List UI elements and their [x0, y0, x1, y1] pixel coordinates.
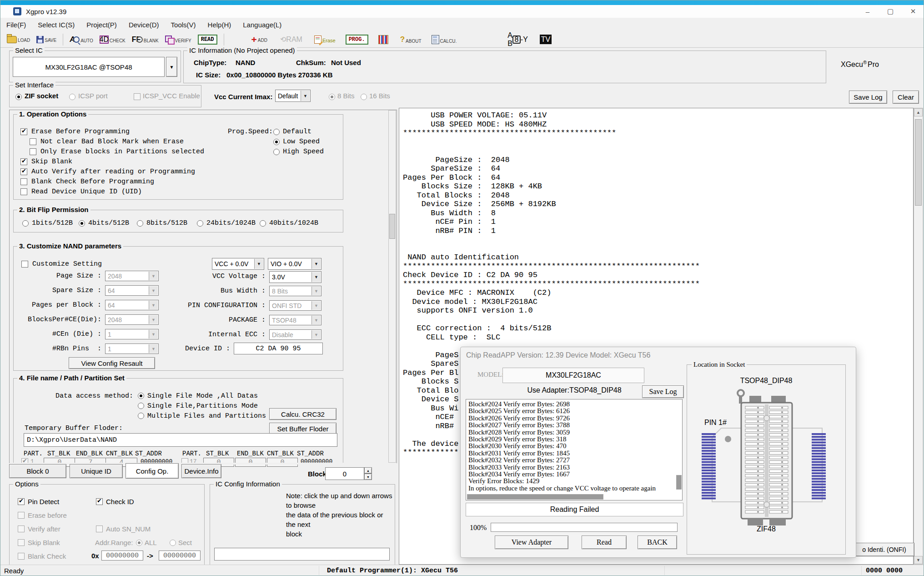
internal-ecc-combo[interactable]: Disable▼ — [269, 329, 321, 340]
package-combo[interactable]: TSOP48▼ — [269, 315, 321, 325]
icsp-vcc-checkbox[interactable] — [134, 93, 141, 100]
save-log-button[interactable]: Save Log — [849, 91, 887, 104]
console-scrollbar-thumb[interactable] — [915, 119, 922, 206]
pin-configuration-combo[interactable]: ONFI STD▼ — [269, 300, 321, 311]
skip-blank-option-checkbox[interactable] — [18, 539, 25, 546]
identi-onfi-button[interactable]: o Identi. (ONFI) — [854, 543, 914, 556]
blank-check-before-checkbox[interactable] — [20, 178, 27, 185]
vcc-offset-combo[interactable]: VCC + 0.0V▼ — [212, 258, 264, 270]
erase-button[interactable]: Erase — [314, 35, 336, 44]
blank-check-option-checkbox[interactable] — [18, 553, 25, 560]
ram-button[interactable]: ⟲RAM — [280, 35, 302, 44]
save-button[interactable]: SAVE — [36, 36, 56, 43]
block-spinner-value[interactable]: 0 — [325, 467, 364, 480]
only-erase-partitions-checkbox[interactable] — [30, 148, 36, 155]
read-button[interactable]: READ — [198, 35, 217, 45]
prog-button[interactable]: PROG. — [346, 35, 368, 45]
auto-verify-checkbox[interactable] — [20, 168, 27, 175]
bitflip-4bits-radio[interactable] — [79, 220, 85, 227]
bitflip-8bits-radio[interactable] — [137, 220, 143, 227]
bits16-radio[interactable] — [361, 94, 367, 100]
device-id-field[interactable]: C2 DA 90 95 — [234, 343, 323, 354]
speed-high-radio[interactable] — [273, 149, 280, 155]
single-file-partitions-radio[interactable] — [138, 403, 144, 409]
verify-error-list[interactable]: Block#2024 Verify error Bytes: 2698 Bloc… — [466, 399, 683, 500]
not-clear-bad-block-checkbox[interactable] — [30, 138, 36, 145]
bitflip-24bits-radio[interactable] — [197, 220, 203, 227]
bitflip-40bits-radio[interactable] — [260, 220, 266, 227]
menu-file[interactable]: File(F) — [0, 19, 32, 30]
list-hscroll-thumb[interactable] — [467, 494, 603, 500]
dialog-save-log-button[interactable]: Save Log — [642, 385, 684, 398]
zif-socket-radio[interactable] — [15, 94, 22, 100]
tab-config-op[interactable]: Config Op. — [126, 463, 179, 479]
calcu-button[interactable]: CALCU. — [432, 35, 457, 44]
tab-device-info[interactable]: Device.Info — [181, 464, 221, 478]
single-file-all-radio[interactable] — [138, 393, 144, 399]
tab-unique-id[interactable]: Unique ID — [70, 464, 123, 478]
calcu-crc32-button[interactable]: Calcu. CRC32 — [269, 408, 336, 420]
read-uid-checkbox[interactable] — [20, 188, 27, 195]
erase-before-programming-checkbox[interactable] — [20, 128, 27, 135]
maximize-button[interactable]: ▢ — [879, 5, 902, 17]
tv-button[interactable]: TV — [540, 35, 552, 44]
load-button[interactable]: LOAD — [7, 36, 30, 43]
panel-scrollbar-thumb[interactable] — [389, 214, 395, 239]
auto-sn-checkbox[interactable] — [96, 525, 103, 532]
clear-button[interactable]: Clear — [893, 91, 919, 104]
logic-converter-button[interactable]: AB 8 -Y — [507, 31, 528, 48]
scroll-up-icon[interactable]: ▲ — [914, 108, 923, 116]
close-button[interactable]: ✕ — [902, 5, 924, 17]
partition17-cntblk-field[interactable]: 0 — [267, 458, 298, 467]
speed-default-radio[interactable] — [273, 129, 280, 135]
multiple-files-radio[interactable] — [138, 413, 144, 419]
verify-button[interactable]: VERIFY — [165, 35, 191, 44]
page-size-combo[interactable]: 2048▼ — [105, 271, 159, 281]
chip-icon-button[interactable] — [378, 35, 388, 44]
temp-buffer-folder-field[interactable]: D:\Xgpro\UserData\NAND — [24, 433, 337, 447]
bits8-radio[interactable] — [329, 94, 335, 100]
view-adapter-button[interactable]: View Adapter — [495, 536, 568, 549]
menu-device[interactable]: Device(D) — [123, 19, 165, 30]
menu-language[interactable]: Language(L) — [237, 19, 287, 30]
partition17-endblk-field[interactable]: 0 — [235, 458, 266, 467]
pages-per-block-combo[interactable]: 64▼ — [105, 300, 159, 310]
check-id-checkbox[interactable] — [96, 498, 103, 505]
speed-low-radio[interactable] — [273, 139, 280, 145]
blank-button[interactable]: FF BLANK — [132, 35, 159, 44]
chevron-down-icon[interactable]: ▼ — [301, 91, 310, 101]
vcc-imax-combo[interactable]: Default▼ — [275, 90, 311, 102]
blocks-per-ce-combo[interactable]: 2048▼ — [105, 314, 159, 325]
bus-width-combo[interactable]: 8 Bits▼ — [269, 286, 321, 296]
tab-block0[interactable]: Block 0 — [9, 464, 66, 478]
bitflip-1bits-radio[interactable] — [22, 220, 29, 227]
list-vscroll-thumb[interactable] — [676, 475, 682, 490]
dialog-read-button[interactable]: Read — [582, 536, 627, 549]
panel-scrollbar[interactable] — [388, 110, 396, 463]
auto-button[interactable]: A AUTO — [70, 35, 93, 44]
addr-to-field[interactable]: 00000000 — [159, 551, 201, 561]
check-button[interactable]: 4D CHECK — [100, 35, 126, 44]
pin-detect-checkbox[interactable] — [18, 498, 25, 505]
addr-sect-radio[interactable] — [170, 540, 176, 546]
rbn-pins-combo[interactable]: 1▼ — [105, 344, 159, 354]
block-spin-down-button[interactable]: ▼ — [364, 474, 372, 480]
skip-blank-checkbox[interactable] — [20, 158, 27, 165]
addr-from-field[interactable]: 00000000 — [101, 551, 143, 561]
about-button[interactable]: ? ABOUT — [400, 35, 422, 44]
view-config-result-button[interactable]: View Config Resault — [69, 357, 155, 369]
menu-help[interactable]: Help(H) — [202, 19, 237, 30]
menu-select-ic[interactable]: Select IC(S) — [32, 19, 80, 30]
minimize-button[interactable]: – — [856, 5, 879, 17]
scroll-down-icon[interactable]: ▼ — [914, 556, 923, 564]
console-scrollbar[interactable]: ▲ ▼ — [914, 108, 923, 565]
cen-die-combo[interactable]: 1▼ — [105, 329, 159, 339]
select-ic-dropdown-button[interactable]: ▼ — [166, 57, 177, 77]
add-button[interactable]: + ADD — [251, 36, 267, 43]
dialog-back-button[interactable]: BACK — [638, 536, 677, 549]
vcc-voltage-combo[interactable]: 3.0V▼ — [269, 271, 321, 283]
erase-before-checkbox[interactable] — [18, 512, 25, 519]
vio-offset-combo[interactable]: VIO + 0.0V▼ — [268, 258, 321, 270]
icsp-port-radio[interactable] — [69, 94, 75, 100]
addr-all-radio[interactable] — [136, 540, 142, 546]
